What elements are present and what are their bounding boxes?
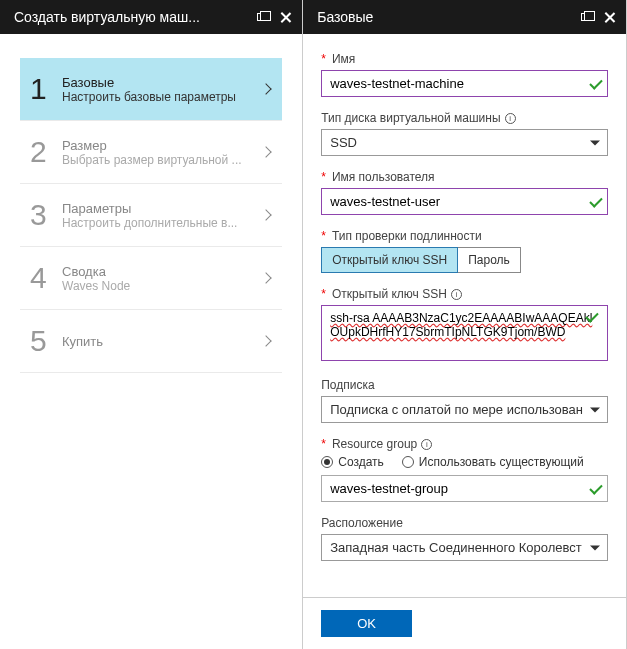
step-title: Купить xyxy=(62,334,262,349)
step-subtitle: Waves Node xyxy=(62,279,262,293)
step-subtitle: Выбрать размер виртуальной ... xyxy=(62,153,262,167)
ssh-key-label: *Открытый ключ SSHi xyxy=(321,287,608,301)
chevron-right-icon xyxy=(261,335,272,346)
step-number: 4 xyxy=(30,261,62,295)
disk-type-select[interactable]: SSD xyxy=(321,129,608,156)
close-icon[interactable] xyxy=(604,11,616,23)
step-buy[interactable]: 5 Купить xyxy=(20,310,282,373)
basics-form-panel: Базовые *Имя Тип диска виртуальной машин… xyxy=(303,0,627,649)
steps-list: 1 Базовые Настроить базовые параметры 2 … xyxy=(0,34,302,397)
auth-password-option[interactable]: Пароль xyxy=(457,247,521,273)
step-title: Размер xyxy=(62,138,262,153)
right-panel-header: Базовые xyxy=(303,0,626,34)
disk-type-label: Тип диска виртуальной машиныi xyxy=(321,111,608,125)
step-number: 1 xyxy=(30,72,62,106)
chevron-right-icon xyxy=(261,146,272,157)
radio-icon xyxy=(402,456,414,468)
step-title: Базовые xyxy=(62,75,262,90)
auth-ssh-option[interactable]: Открытый ключ SSH xyxy=(321,247,458,273)
info-icon[interactable]: i xyxy=(505,113,516,124)
step-settings[interactable]: 3 Параметры Настроить дополнительные в..… xyxy=(20,184,282,247)
restore-icon[interactable] xyxy=(257,13,266,21)
username-label: *Имя пользователя xyxy=(321,170,608,184)
info-icon[interactable]: i xyxy=(451,289,462,300)
close-icon[interactable] xyxy=(280,11,292,23)
chevron-right-icon xyxy=(261,83,272,94)
step-subtitle: Настроить дополнительные в... xyxy=(62,216,262,230)
rg-create-radio[interactable]: Создать xyxy=(321,455,384,469)
ssh-key-textarea[interactable]: ssh-rsa AAAAB3NzaC1yc2EAAAABIwAAAQEAklOU… xyxy=(321,305,608,361)
name-input[interactable] xyxy=(321,70,608,97)
wizard-steps-panel: Создать виртуальную маш... 1 Базовые Нас… xyxy=(0,0,303,649)
auth-type-toggle: Открытый ключ SSH Пароль xyxy=(321,247,608,273)
step-subtitle: Настроить базовые параметры xyxy=(62,90,262,104)
step-title: Сводка xyxy=(62,264,262,279)
location-label: Расположение xyxy=(321,516,608,530)
step-number: 2 xyxy=(30,135,62,169)
left-panel-header: Создать виртуальную маш... xyxy=(0,0,302,34)
step-number: 5 xyxy=(30,324,62,358)
chevron-right-icon xyxy=(261,272,272,283)
step-number: 3 xyxy=(30,198,62,232)
left-panel-title: Создать виртуальную маш... xyxy=(14,9,200,25)
step-summary[interactable]: 4 Сводка Waves Node xyxy=(20,247,282,310)
step-size[interactable]: 2 Размер Выбрать размер виртуальной ... xyxy=(20,121,282,184)
resource-group-label: *Resource groupi xyxy=(321,437,608,451)
info-icon[interactable]: i xyxy=(421,439,432,450)
username-input[interactable] xyxy=(321,188,608,215)
radio-icon xyxy=(321,456,333,468)
form-footer: OK xyxy=(303,597,626,649)
ok-button[interactable]: OK xyxy=(321,610,412,637)
chevron-right-icon xyxy=(261,209,272,220)
subscription-label: Подписка xyxy=(321,378,608,392)
resource-group-input[interactable] xyxy=(321,475,608,502)
restore-icon[interactable] xyxy=(581,13,590,21)
rg-existing-radio[interactable]: Использовать существующий xyxy=(402,455,584,469)
step-title: Параметры xyxy=(62,201,262,216)
step-basics[interactable]: 1 Базовые Настроить базовые параметры xyxy=(20,58,282,121)
auth-type-label: *Тип проверки подлинности xyxy=(321,229,608,243)
form-area: *Имя Тип диска виртуальной машиныi SSD *… xyxy=(303,34,626,597)
right-panel-title: Базовые xyxy=(317,9,373,25)
subscription-select[interactable]: Подписка с оплатой по мере использован xyxy=(321,396,608,423)
location-select[interactable]: Западная часть Соединенного Королевст xyxy=(321,534,608,561)
name-label: *Имя xyxy=(321,52,608,66)
